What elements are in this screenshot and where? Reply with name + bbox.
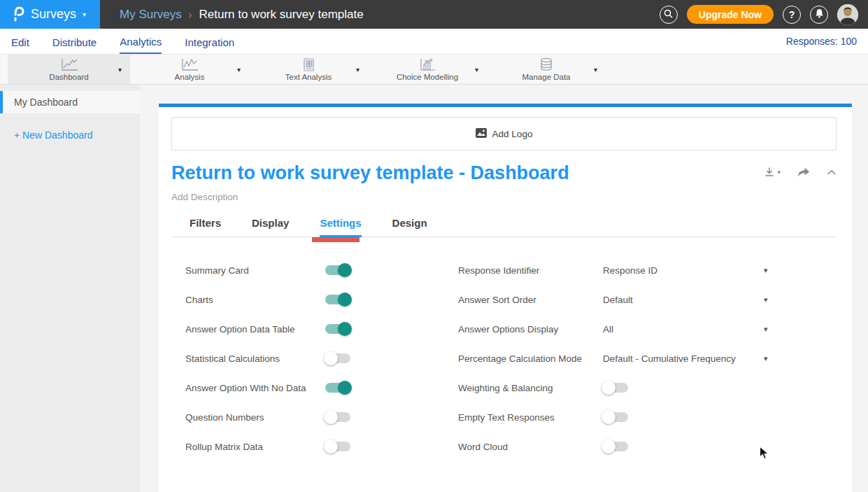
toggle-summary-card[interactable] bbox=[325, 265, 350, 275]
chevron-down-icon[interactable]: ▾ bbox=[764, 266, 768, 275]
toggle-knob bbox=[602, 410, 616, 424]
toggle-knob bbox=[338, 322, 352, 336]
add-logo-button[interactable]: Add Logo bbox=[171, 117, 837, 150]
toggle-knob bbox=[324, 410, 338, 424]
response-identifier-select[interactable]: Response ID bbox=[603, 265, 764, 276]
setting-row-rollup-matrix-data: Rollup Matrix Data bbox=[185, 432, 458, 461]
setting-label: Charts bbox=[185, 295, 325, 305]
toggle-answer-option-data-table[interactable] bbox=[325, 324, 350, 334]
setting-label: Response Identifier bbox=[458, 265, 603, 276]
setting-label: Weighting & Balancing bbox=[458, 383, 603, 393]
tab-display[interactable]: Display bbox=[252, 217, 289, 237]
chevron-down-icon[interactable]: ▾ bbox=[237, 66, 241, 73]
dashboard-sidebar: My Dashboard + New Dashboard bbox=[0, 85, 140, 492]
setting-label: Answer Sort Order bbox=[458, 295, 603, 305]
chevron-down-icon: ▾ bbox=[777, 169, 781, 176]
toggle-knob bbox=[324, 440, 338, 454]
answer-sort-order-select[interactable]: Default bbox=[603, 295, 764, 305]
toolbar-text-analysis[interactable]: Text Analysis ▾ bbox=[249, 55, 368, 84]
nav-integration[interactable]: Integration bbox=[185, 30, 234, 53]
scatter-chart-icon bbox=[418, 58, 436, 71]
line-chart-icon bbox=[180, 58, 199, 71]
toolbar-analysis[interactable]: Analysis ▾ bbox=[130, 55, 249, 84]
sidebar-item-my-dashboard[interactable]: My Dashboard bbox=[0, 91, 140, 113]
toggle-statistical-calculations[interactable] bbox=[325, 353, 350, 363]
search-button[interactable] bbox=[660, 6, 678, 24]
answer-options-display-select[interactable]: All bbox=[603, 324, 764, 335]
collapse-button[interactable] bbox=[827, 169, 837, 176]
toolbar-label: Text Analysis bbox=[285, 73, 332, 81]
questionpro-logo-icon bbox=[13, 5, 24, 24]
setting-label: Answer Option With No Data bbox=[185, 383, 325, 393]
toolbar-choice-modelling[interactable]: Choice Modelling ▾ bbox=[368, 55, 487, 84]
breadcrumb: My Surveys › Return to work survey templ… bbox=[120, 8, 364, 22]
database-icon bbox=[539, 57, 554, 71]
chevron-down-icon[interactable]: ▾ bbox=[764, 325, 768, 334]
nav-edit[interactable]: Edit bbox=[11, 30, 29, 53]
toggle-knob bbox=[602, 381, 616, 395]
breadcrumb-current: Return to work survey template bbox=[199, 8, 363, 22]
breadcrumb-my-surveys[interactable]: My Surveys bbox=[120, 8, 182, 22]
tab-filters[interactable]: Filters bbox=[190, 217, 221, 237]
add-description-button[interactable]: Add Description bbox=[171, 192, 837, 202]
toggle-knob bbox=[338, 381, 352, 395]
avatar[interactable] bbox=[837, 4, 858, 25]
toolbar-manage-data[interactable]: Manage Data ▾ bbox=[487, 55, 606, 84]
toggle-word-cloud[interactable] bbox=[603, 442, 628, 451]
setting-row-answer-option-with-no-data: Answer Option With No Data bbox=[185, 373, 458, 402]
chevron-down-icon[interactable]: ▾ bbox=[594, 66, 597, 73]
toggle-answer-option-with-no-data[interactable] bbox=[325, 383, 350, 393]
notifications-button[interactable] bbox=[810, 6, 828, 24]
chevron-down-icon[interactable]: ▾ bbox=[764, 295, 768, 304]
topbar-actions: Upgrade Now ? bbox=[660, 4, 868, 25]
chevron-down-icon: ▾ bbox=[83, 10, 86, 18]
dashboard-content: Add Logo Return to work survey template … bbox=[159, 104, 852, 492]
page-body: My Dashboard + New Dashboard Add Logo bbox=[0, 85, 868, 492]
toggle-charts[interactable] bbox=[325, 295, 350, 304]
setting-row-answer-sort-order: Answer Sort Order Default ▾ bbox=[458, 285, 837, 314]
chevron-down-icon[interactable]: ▾ bbox=[118, 66, 122, 73]
toggle-knob bbox=[338, 263, 352, 277]
settings-panel: Summary Card Charts Answer Option Data T… bbox=[171, 255, 837, 461]
toggle-rollup-matrix-data[interactable] bbox=[325, 442, 350, 451]
setting-row-word-cloud: Word Cloud bbox=[458, 432, 837, 461]
survey-nav: Edit Distribute Analytics Integration Re… bbox=[0, 29, 868, 55]
document-grid-icon bbox=[301, 58, 315, 71]
product-switcher[interactable]: Surveys ▾ bbox=[0, 0, 100, 29]
image-icon bbox=[476, 128, 487, 140]
share-button[interactable] bbox=[797, 167, 810, 178]
setting-row-summary-card: Summary Card bbox=[185, 255, 458, 285]
setting-label: Rollup Matrix Data bbox=[185, 442, 325, 452]
line-chart-icon bbox=[59, 58, 79, 71]
setting-label: Percentage Calculation Mode bbox=[458, 353, 603, 364]
chevron-down-icon[interactable]: ▾ bbox=[764, 354, 768, 363]
percentage-calculation-mode-select[interactable]: Default - Cumulative Frequency bbox=[603, 353, 764, 364]
upgrade-now-button[interactable]: Upgrade Now bbox=[687, 5, 774, 24]
toggle-weighting-balancing[interactable] bbox=[603, 383, 628, 393]
tab-settings[interactable]: Settings bbox=[320, 217, 361, 237]
toolbar-label: Dashboard bbox=[49, 73, 88, 81]
toggle-knob bbox=[324, 351, 338, 365]
help-button[interactable]: ? bbox=[783, 6, 801, 24]
toolbar-label: Manage Data bbox=[522, 73, 570, 81]
toggle-empty-text-responses[interactable] bbox=[603, 412, 628, 422]
add-logo-label: Add Logo bbox=[492, 129, 533, 139]
setting-label: Answer Options Display bbox=[458, 324, 603, 335]
search-icon bbox=[664, 9, 673, 20]
accent-bar bbox=[159, 104, 852, 107]
settings-column-left: Summary Card Charts Answer Option Data T… bbox=[171, 255, 458, 461]
toolbar-label: Choice Modelling bbox=[397, 73, 458, 81]
responses-count: Responses: 100 bbox=[786, 36, 857, 47]
nav-distribute[interactable]: Distribute bbox=[52, 30, 97, 53]
settings-tabs: Filters Display Settings Design bbox=[171, 217, 837, 237]
tab-design[interactable]: Design bbox=[392, 217, 427, 237]
product-name: Surveys bbox=[31, 7, 76, 22]
nav-analytics[interactable]: Analytics bbox=[120, 29, 162, 54]
toggle-question-numbers[interactable] bbox=[325, 412, 350, 422]
setting-row-weighting-balancing: Weighting & Balancing bbox=[458, 373, 837, 402]
chevron-down-icon[interactable]: ▾ bbox=[475, 66, 478, 73]
toolbar-dashboard[interactable]: Dashboard ▾ bbox=[8, 55, 130, 84]
new-dashboard-link[interactable]: + New Dashboard bbox=[14, 129, 140, 141]
download-button[interactable]: ▾ bbox=[764, 167, 781, 178]
chevron-down-icon[interactable]: ▾ bbox=[356, 66, 360, 73]
